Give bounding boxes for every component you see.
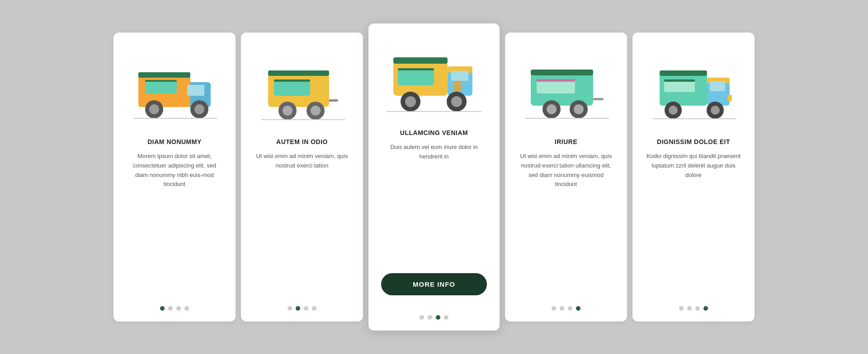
- svg-rect-25: [398, 68, 434, 85]
- dot-active: [160, 306, 165, 311]
- svg-rect-2: [138, 72, 190, 78]
- svg-rect-4: [145, 80, 177, 82]
- svg-rect-26: [398, 68, 434, 70]
- card-5-text: Kodio dignissim qui blandit praesent lup…: [645, 152, 742, 297]
- svg-rect-3: [145, 80, 177, 93]
- svg-rect-28: [451, 71, 468, 81]
- svg-point-19: [311, 106, 321, 116]
- card-2-dots: [288, 297, 316, 311]
- more-info-button[interactable]: MORE INFO: [381, 273, 487, 295]
- svg-rect-38: [537, 79, 575, 82]
- card-4-dots: [552, 297, 580, 311]
- card-3-text: Duis autem vel eum iriure dolor in hendr…: [381, 143, 487, 264]
- svg-rect-50: [710, 81, 725, 91]
- svg-point-17: [283, 106, 292, 116]
- dot: [168, 306, 173, 311]
- dot: [444, 315, 448, 320]
- svg-rect-49: [664, 79, 695, 82]
- dot-active: [436, 315, 440, 320]
- svg-rect-5: [187, 85, 204, 96]
- card-5-illustration: [645, 46, 742, 127]
- dot: [420, 315, 424, 320]
- svg-rect-51: [727, 95, 732, 101]
- dot: [288, 306, 292, 311]
- card-1-title: DIAM NONUMMY: [147, 138, 202, 145]
- dot: [304, 306, 308, 311]
- dot-active: [576, 306, 580, 311]
- card-1-dots: [160, 297, 189, 311]
- dot-active: [296, 306, 300, 311]
- card-2-text: Ut wisi enim ad minim veniam, quis nostr…: [254, 152, 350, 297]
- svg-point-42: [574, 104, 584, 114]
- dot: [176, 306, 181, 311]
- card-2: AUTEM IN ODIO Ut wisi enim ad minim veni…: [241, 33, 363, 321]
- card-3: ULLAMCING VENIAM Duis autem vel eum iriu…: [368, 23, 500, 331]
- dot: [695, 306, 700, 311]
- card-4-illustration: [518, 46, 614, 127]
- dot: [679, 306, 684, 311]
- dot: [552, 306, 556, 311]
- card-1: DIAM NONUMMY Morem ipsum dolor sit amet,…: [113, 33, 236, 321]
- dot: [560, 306, 564, 311]
- svg-point-7: [149, 104, 159, 114]
- svg-rect-36: [531, 70, 593, 75]
- card-5-dots: [679, 297, 708, 311]
- dot: [184, 306, 189, 311]
- card-4: IRIURE Ut wisi enim ad minim veniam, qui…: [505, 33, 627, 321]
- card-3-illustration: [381, 37, 487, 118]
- dot-active: [703, 306, 708, 311]
- card-1-text: Morem ipsum dolor sit amet, consectetuer…: [126, 152, 223, 297]
- cards-container: DIAM NONUMMY Morem ipsum dolor sit amet,…: [86, 5, 782, 349]
- svg-point-55: [711, 106, 720, 115]
- card-5-title: DIGNISSIM DOLOE EIT: [657, 138, 730, 145]
- card-4-text: Ut wisi enim ad minim veniam, quis nostr…: [518, 152, 614, 297]
- dot: [687, 306, 692, 311]
- svg-point-9: [194, 104, 204, 114]
- svg-rect-45: [660, 70, 707, 76]
- card-3-dots: [420, 306, 448, 320]
- svg-point-53: [669, 106, 678, 115]
- svg-rect-13: [268, 70, 329, 76]
- dot: [568, 306, 572, 311]
- svg-point-40: [547, 104, 557, 114]
- svg-point-32: [451, 96, 462, 107]
- card-5: DIGNISSIM DOLOE EIT Kodio dignissim qui …: [632, 33, 755, 321]
- card-2-illustration: [254, 46, 350, 127]
- svg-rect-22: [393, 57, 448, 64]
- dot: [312, 306, 316, 311]
- svg-rect-15: [274, 79, 310, 82]
- svg-point-30: [405, 96, 416, 107]
- svg-rect-14: [274, 79, 310, 96]
- card-2-title: AUTEM IN ODIO: [276, 138, 328, 145]
- dot: [428, 315, 432, 320]
- card-4-title: IRIURE: [555, 138, 577, 145]
- card-3-title: ULLAMCING VENIAM: [400, 129, 468, 136]
- card-1-illustration: [126, 46, 223, 127]
